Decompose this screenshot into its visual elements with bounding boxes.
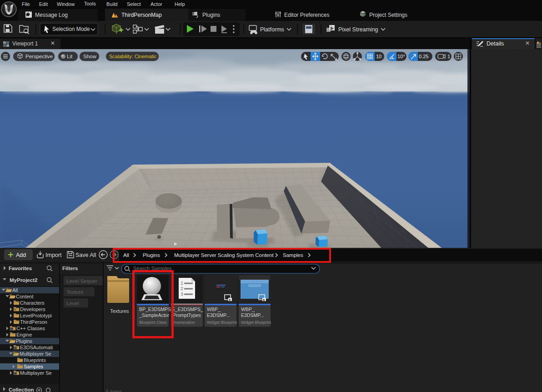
svg-text:Save All: Save All — [75, 252, 96, 258]
svg-text:WBP_: WBP_ — [207, 307, 221, 312]
svg-text:Widget Blueprint: Widget Blueprint — [241, 320, 271, 325]
svg-text:E_E3DSMPS_: E_E3DSMPS_ — [172, 307, 203, 312]
svg-text:1: 1 — [181, 281, 183, 286]
svg-text:Blueprints: Blueprints — [24, 357, 46, 363]
svg-text:Textures: Textures — [110, 308, 129, 314]
svg-text:Enumeration: Enumeration — [172, 320, 195, 325]
svg-text:Multiplayer Se: Multiplayer Se — [20, 351, 51, 357]
svg-text:Plugins: Plugins — [16, 338, 33, 344]
svg-text:Collection: Collection — [9, 387, 34, 392]
svg-text:LevelPrototypi: LevelPrototypi — [20, 313, 52, 318]
svg-text:Engine: Engine — [16, 332, 32, 337]
svg-text:Perspective: Perspective — [25, 54, 53, 59]
svg-text:PromptTypes: PromptTypes — [173, 312, 201, 318]
svg-text:All: All — [12, 287, 18, 293]
svg-text:E3DSMP...: E3DSMP... — [241, 312, 264, 318]
svg-text:Level: Level — [66, 301, 79, 306]
svg-text:Texture: Texture — [66, 289, 84, 295]
svg-text:Selection Mode: Selection Mode — [52, 26, 90, 32]
svg-text:1: 1 — [447, 54, 450, 59]
svg-text:10°: 10° — [397, 54, 405, 59]
svg-text:Pixel Streaming: Pixel Streaming — [338, 26, 378, 33]
svg-text:Samples: Samples — [24, 364, 43, 369]
svg-text:Level Sequer: Level Sequer — [66, 278, 97, 284]
svg-text:E3DSMP...: E3DSMP... — [207, 312, 230, 318]
svg-text:Lit: Lit — [67, 54, 73, 59]
svg-text:Characters: Characters — [20, 300, 45, 306]
svg-text:Scalability: Cinematic: Scalability: Cinematic — [109, 54, 157, 59]
svg-text:C++ Classes: C++ Classes — [16, 326, 45, 331]
svg-text:Favorites: Favorites — [9, 266, 32, 271]
svg-text:2: 2 — [181, 286, 183, 291]
svg-text:3: 3 — [181, 292, 183, 297]
svg-text:Widget Blueprint: Widget Blueprint — [207, 320, 237, 325]
svg-text:0.25: 0.25 — [419, 54, 428, 59]
svg-text:E3DSAutomati: E3DSAutomati — [20, 345, 53, 350]
svg-text:Filters: Filters — [62, 266, 78, 271]
svg-text:Content: Content — [16, 294, 34, 299]
svg-text:Developers: Developers — [20, 307, 45, 312]
svg-text:Platforms: Platforms — [260, 26, 284, 33]
svg-text:ThirdPerson: ThirdPerson — [20, 319, 47, 325]
svg-text:MyProject2: MyProject2 — [10, 277, 37, 283]
svg-text:Add: Add — [16, 252, 26, 258]
svg-text:10: 10 — [376, 54, 381, 59]
svg-text:Show: Show — [83, 54, 96, 59]
svg-text:Multiplayer Se: Multiplayer Se — [20, 370, 52, 376]
svg-text:Import: Import — [45, 252, 62, 258]
svg-text:WBP_: WBP_ — [241, 307, 255, 312]
